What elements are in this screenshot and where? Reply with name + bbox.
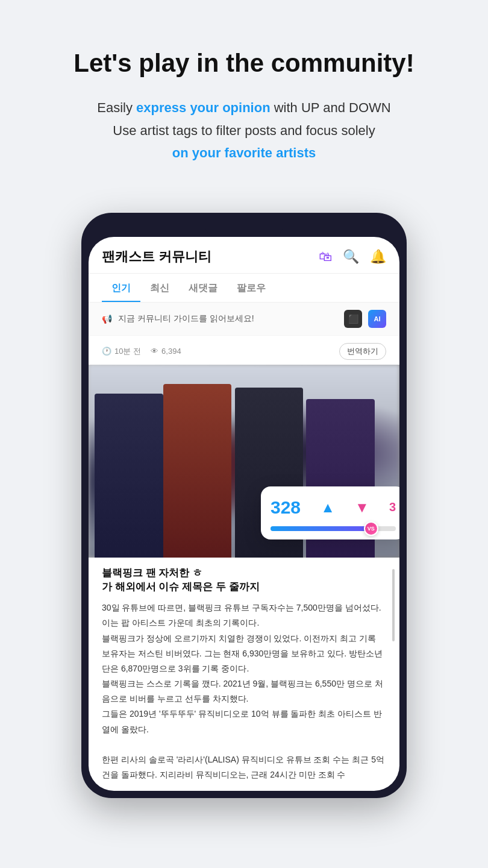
phone-wrapper: 팬캐스트 커뮤니티 🛍 🔍 🔔 인기 최신 xyxy=(0,213,488,799)
tab-latest[interactable]: 최신 xyxy=(140,274,179,302)
post-title: 블랙핑크 팬 자처한 ㅎ가 해외에서 이슈 제목은 두 줄까지 xyxy=(102,566,386,595)
app-header: 팬캐스트 커뮤니티 🛍 🔍 🔔 xyxy=(89,237,399,274)
post-meta-left: 🕐 10분 전 👁 6,394 xyxy=(102,346,181,357)
post-text-section: 블랙핑크 팬 자처한 ㅎ가 해외에서 이슈 제목은 두 줄까지 30일 유튜브에… xyxy=(89,558,399,791)
vote-up-count: 328 xyxy=(271,497,301,518)
translate-button[interactable]: 번역하기 xyxy=(339,343,386,360)
figure-1 xyxy=(95,394,163,558)
phone-frame: 팬캐스트 커뮤니티 🛍 🔍 🔔 인기 최신 xyxy=(81,213,407,799)
eye-icon: 👁 xyxy=(151,347,158,356)
vote-count-row: 328 ▲ ▼ 3 xyxy=(271,497,396,518)
notice-ai-badge: AI xyxy=(368,310,386,328)
notice-bar[interactable]: 📢 지금 커뮤니티 가이드를 읽어보세요! ⬛ AI xyxy=(89,303,399,336)
post-image: 328 ▲ ▼ 3 VS xyxy=(89,365,399,558)
views-meta: 👁 6,394 xyxy=(151,346,181,357)
app-title: 팬캐스트 커뮤니티 xyxy=(102,248,211,266)
app-content: 팬캐스트 커뮤니티 🛍 🔍 🔔 인기 최신 xyxy=(89,237,399,791)
view-count: 6,394 xyxy=(161,347,181,356)
phone-notch xyxy=(205,220,283,237)
down-arrow-icon[interactable]: ▼ xyxy=(355,499,369,516)
clock-icon: 🕐 xyxy=(102,347,111,356)
time-ago: 10분 전 xyxy=(114,346,141,357)
header-icons: 🛍 🔍 🔔 xyxy=(319,249,386,265)
notice-right: ⬛ AI xyxy=(344,310,386,328)
subtitle-line2: Use artist tags to filter posts and focu… xyxy=(113,123,375,138)
subtitle-suffix: with UP and DOWN xyxy=(271,100,391,115)
subtitle-highlight2: on your favorite artists xyxy=(172,145,316,160)
up-arrow-icon[interactable]: ▲ xyxy=(321,499,335,516)
hero-section: Let's play in the community! Easily expr… xyxy=(0,0,488,189)
hero-title: Let's play in the community! xyxy=(24,48,464,78)
time-meta: 🕐 10분 전 xyxy=(102,346,141,357)
notice-text: 지금 커뮤니티 가이드를 읽어보세요! xyxy=(118,313,254,324)
nav-tabs: 인기 최신 새댓글 팔로우 xyxy=(89,274,399,303)
camera-icon[interactable]: 🛍 xyxy=(319,249,332,265)
phone-scrollbar xyxy=(392,569,395,641)
notice-dark-icon: ⬛ xyxy=(344,310,362,328)
vote-card: 328 ▲ ▼ 3 VS xyxy=(261,486,399,539)
vote-bar-fill: VS xyxy=(271,526,377,531)
search-icon[interactable]: 🔍 xyxy=(343,249,359,265)
phone-screen: 팬캐스트 커뮤니티 🛍 🔍 🔔 인기 최신 xyxy=(89,237,399,791)
vote-bar-thumb: VS xyxy=(364,521,378,536)
subtitle-prefix: Easily xyxy=(97,100,136,115)
vote-down-count: 3 xyxy=(389,500,396,514)
figure-2 xyxy=(163,384,232,558)
post-meta: 🕐 10분 전 👁 6,394 번역하기 xyxy=(89,336,399,365)
subtitle-highlight1: express your opinion xyxy=(136,100,271,115)
bell-icon[interactable]: 🔔 xyxy=(370,249,386,265)
tab-popular[interactable]: 인기 xyxy=(102,274,140,302)
tab-follow[interactable]: 팔로우 xyxy=(227,274,275,302)
tab-new-comments[interactable]: 새댓글 xyxy=(179,274,227,302)
post-body: 30일 유튜브에 따르면, 블랙핑크 유튜브 구독자수는 7,500만명을 넘어… xyxy=(102,600,386,782)
hero-subtitle: Easily express your opinion with UP and … xyxy=(24,96,464,164)
vote-progress-bar: VS xyxy=(271,526,396,531)
megaphone-icon: 📢 xyxy=(102,314,112,324)
notice-left: 📢 지금 커뮤니티 가이드를 읽어보세요! xyxy=(102,313,254,324)
